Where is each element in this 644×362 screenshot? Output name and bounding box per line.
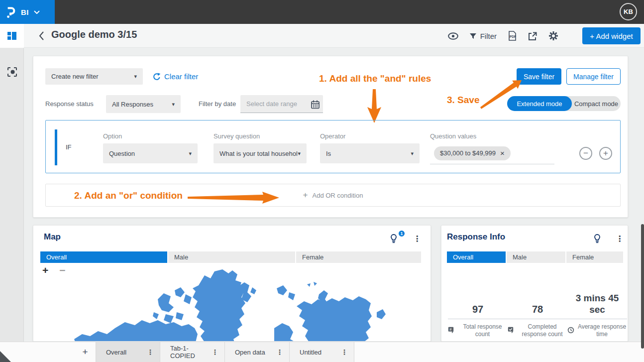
tab-male[interactable]: Male bbox=[507, 251, 565, 263]
tab-label: Tab-1-COPIED bbox=[170, 345, 212, 360]
eye-icon[interactable] bbox=[448, 32, 458, 40]
operator-value: Is bbox=[326, 150, 331, 157]
kebab-menu-icon[interactable]: ⋮ bbox=[413, 234, 420, 243]
header-actions: Filter PDF bbox=[448, 24, 558, 48]
check-bubble-icon bbox=[508, 327, 515, 334]
if-condition-box: IF Option Question ▾ Survey question Wha… bbox=[45, 120, 621, 173]
question-values-label: Question values bbox=[430, 132, 476, 140]
calendar-icon[interactable] bbox=[311, 100, 320, 109]
zoom-out-button[interactable]: − bbox=[59, 264, 65, 276]
map-zoom-controls: + − bbox=[42, 264, 66, 276]
corner-decoration bbox=[0, 349, 12, 362]
plus-icon: + bbox=[603, 148, 608, 158]
compact-mode-button[interactable]: Compact mode bbox=[572, 96, 621, 111]
product-name: BI bbox=[21, 8, 29, 16]
product-menu[interactable]: BI bbox=[0, 0, 55, 24]
stat-value: 3 mins 45 sec bbox=[567, 290, 627, 319]
zoom-in-button[interactable]: + bbox=[42, 264, 48, 276]
manage-filter-button[interactable]: Manage filter bbox=[566, 68, 621, 85]
bottom-tab-tab-1-copied[interactable]: Tab-1-COPIED ⋮ bbox=[160, 342, 225, 362]
refresh-icon bbox=[153, 73, 161, 81]
topbar: BI KB bbox=[0, 0, 644, 24]
logo-icon bbox=[6, 5, 16, 19]
response-tabs: Overall Male Female bbox=[447, 251, 623, 263]
kebab-menu-icon[interactable]: ⋮ bbox=[147, 348, 154, 356]
add-tab-button[interactable]: + bbox=[78, 342, 93, 362]
kebab-menu-icon[interactable]: ⋮ bbox=[276, 348, 283, 356]
clock-icon bbox=[567, 327, 574, 334]
remove-condition-button[interactable]: − bbox=[579, 147, 592, 160]
chevron-down-icon: ▾ bbox=[134, 73, 137, 80]
avatar[interactable]: KB bbox=[620, 3, 637, 20]
create-filter-select[interactable]: Create new filter ▾ bbox=[45, 68, 143, 85]
tab-female[interactable]: Female bbox=[296, 251, 421, 263]
filter-by-date-label: Filter by date bbox=[199, 100, 236, 108]
tab-male[interactable]: Male bbox=[168, 251, 295, 263]
stat-label: Average response time bbox=[567, 323, 627, 338]
tab-label: Open data bbox=[235, 349, 265, 356]
chevron-down-icon: ▾ bbox=[172, 101, 175, 108]
question-values-field[interactable]: $30,000 to $49,999 × bbox=[430, 142, 554, 164]
add-or-condition-button[interactable]: + Add OR condition bbox=[45, 184, 621, 207]
add-widget-button[interactable]: + Add widget bbox=[582, 27, 641, 44]
back-icon bbox=[39, 31, 44, 40]
clear-filter-button[interactable]: Clear filter bbox=[153, 68, 198, 85]
stat-value: 78 bbox=[508, 290, 567, 319]
stat-total-responses: 97 # Total response count bbox=[448, 290, 508, 338]
stat-label-text: Completed response count bbox=[517, 323, 567, 338]
share-icon[interactable] bbox=[528, 31, 537, 41]
stat-average-time: 3 mins 45 sec Average response time bbox=[567, 290, 627, 338]
close-icon[interactable]: × bbox=[500, 149, 505, 157]
annotation-step1: 1. Add all the "and" rules bbox=[319, 73, 431, 84]
response-status-value: All Responses bbox=[112, 101, 153, 108]
insight-button[interactable]: 1 bbox=[390, 234, 403, 246]
kebab-menu-icon[interactable]: ⋮ bbox=[212, 348, 218, 356]
tab-female[interactable]: Female bbox=[566, 251, 623, 263]
widget-title: Response Info bbox=[447, 232, 505, 242]
scrollbar-thumb[interactable] bbox=[641, 224, 644, 349]
stat-label: # Total response count bbox=[448, 323, 508, 338]
header: Google demo 3/15 Filter PDF bbox=[24, 24, 644, 48]
map-tabs: Overall Male Female bbox=[40, 251, 421, 263]
survey-question-select[interactable]: What is your total househol ▾ bbox=[214, 143, 307, 163]
option-value: Question bbox=[109, 150, 135, 157]
option-label: Option bbox=[103, 132, 122, 140]
lightbulb-icon bbox=[593, 234, 601, 243]
create-filter-value: Create new filter bbox=[51, 73, 99, 80]
sidebar bbox=[0, 24, 24, 342]
response-status-label: Response status bbox=[45, 100, 94, 108]
operator-select[interactable]: Is ▾ bbox=[320, 143, 420, 163]
back-button[interactable] bbox=[37, 31, 46, 41]
gear-icon[interactable] bbox=[548, 31, 558, 41]
world-map[interactable] bbox=[40, 264, 421, 342]
insight-button[interactable] bbox=[593, 234, 606, 246]
stat-label-text: Average response time bbox=[577, 323, 627, 338]
sidebar-item-scan[interactable] bbox=[0, 60, 24, 84]
bottom-tab-overall[interactable]: Overall ⋮ bbox=[96, 342, 160, 362]
bottom-tab-untitled[interactable]: Untitled ⋮ bbox=[290, 342, 354, 362]
bottom-tab-open-data[interactable]: Open data ⋮ bbox=[225, 342, 290, 362]
page-title: Google demo 3/15 bbox=[51, 29, 137, 40]
annotation-step3: 3. Save bbox=[447, 95, 480, 106]
pdf-icon[interactable]: PDF bbox=[508, 31, 517, 41]
if-label: IF bbox=[66, 121, 72, 174]
annotation-arrow-down bbox=[363, 89, 385, 124]
response-info-widget: Response Info ⋮ Overall Male Female 97 # bbox=[441, 225, 628, 342]
filter-button[interactable]: Filter bbox=[469, 32, 497, 40]
operator-label: Operator bbox=[320, 132, 345, 140]
kebab-menu-icon[interactable]: ⋮ bbox=[341, 348, 348, 356]
stat-label: Completed response count bbox=[508, 323, 567, 338]
response-status-select[interactable]: All Responses ▾ bbox=[106, 95, 181, 113]
tab-label: Untitled bbox=[300, 349, 322, 356]
chevron-down-icon: ▾ bbox=[411, 150, 414, 157]
add-condition-button[interactable]: + bbox=[599, 147, 612, 160]
kebab-menu-icon[interactable]: ⋮ bbox=[616, 234, 623, 243]
lightbulb-icon bbox=[390, 234, 398, 243]
sidebar-item-dashboards[interactable] bbox=[0, 24, 24, 48]
tab-overall[interactable]: Overall bbox=[40, 251, 167, 263]
tab-overall[interactable]: Overall bbox=[447, 251, 506, 263]
chevron-down-icon: ▾ bbox=[298, 150, 301, 157]
option-select[interactable]: Question ▾ bbox=[103, 143, 198, 163]
bottom-tab-bar: + Overall ⋮ Tab-1-COPIED ⋮ Open data ⋮ U… bbox=[0, 342, 644, 362]
stat-completed-responses: 78 Completed response count bbox=[508, 290, 567, 338]
